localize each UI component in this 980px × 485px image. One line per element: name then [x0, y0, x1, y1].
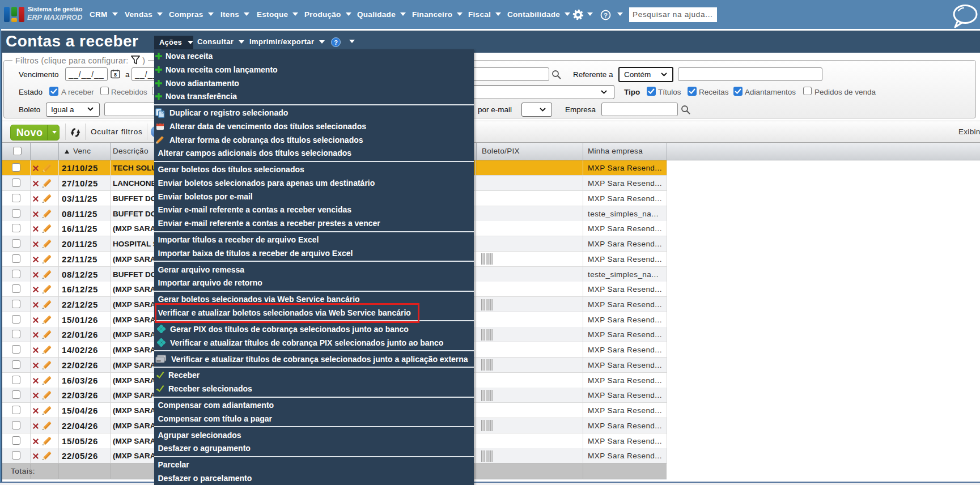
svg-text:?: ? [334, 39, 338, 46]
svg-text:?: ? [604, 12, 608, 19]
svg-text:8: 8 [114, 72, 117, 78]
